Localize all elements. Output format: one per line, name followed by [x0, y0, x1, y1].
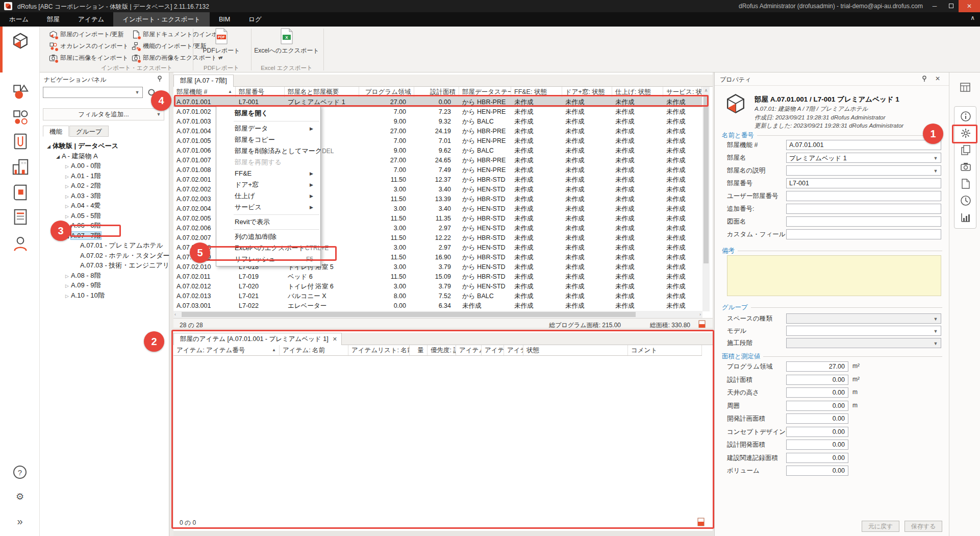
reports-module-icon[interactable]	[10, 207, 31, 227]
field-text[interactable]	[786, 216, 941, 227]
tree-item[interactable]: ▷A.05 - 5階	[40, 211, 168, 221]
column-header[interactable]: アイテ...	[504, 345, 523, 355]
field-text[interactable]: 0.00	[786, 440, 848, 450]
chevron-down-icon[interactable]: ▼	[932, 327, 940, 335]
tree-item-label[interactable]: A.09 - 9階	[71, 281, 101, 289]
tree-collapsed-icon[interactable]: ▷	[63, 162, 71, 172]
field-text[interactable]: 0.00	[786, 401, 848, 411]
column-header[interactable]: アイテム: 名前	[280, 345, 348, 355]
column-header[interactable]: アイテ...	[482, 345, 504, 355]
tree-item-label[interactable]: A.07.01 - プレミアムホテル	[80, 241, 163, 249]
tree-item-label[interactable]: A.02 - 2階	[71, 182, 101, 189]
maximize-button[interactable]	[943, 0, 959, 12]
column-header[interactable]: サービス: 状態	[663, 87, 702, 97]
column-header[interactable]: 部屋名と部屋概要	[285, 87, 359, 97]
tree-item-label[interactable]: A.05 - 5階	[71, 212, 101, 220]
splitter[interactable]	[169, 72, 173, 536]
menu-item-部屋をコピー[interactable]: 部屋をコピー	[216, 134, 320, 145]
column-header[interactable]: コメント	[628, 345, 702, 355]
rooms-module-icon[interactable]	[10, 31, 31, 51]
field-text[interactable]: 0.00	[786, 466, 848, 476]
menu-tab-インポート・エクスポート[interactable]: インポート・エクスポート	[113, 12, 210, 27]
tree-item-label[interactable]: A.07 - 7階	[71, 232, 101, 239]
chevron-down-icon[interactable]: ▼	[932, 339, 940, 348]
pin-icon[interactable]	[156, 75, 163, 84]
chevron-down-icon[interactable]: ▼	[932, 167, 940, 175]
tree-item-label[interactable]: A.01 - 1階	[71, 172, 101, 180]
history-icon[interactable]	[957, 193, 974, 208]
menu-item-部屋を削除済みとしてマーク[interactable]: 部屋を削除済みとしてマークDEL	[216, 145, 320, 157]
tree-item-label[interactable]: A.08 - 8階	[71, 272, 101, 279]
field-combo[interactable]: ▼	[786, 338, 941, 348]
menu-item-Excelへのエクスポート[interactable]: ExcelへのエクスポートCTRL+E	[216, 242, 320, 254]
tree-item-label[interactable]: A.06 - 6階	[71, 222, 101, 229]
items-table-header[interactable]: アイテム: アイテム番号▲アイテム: 名前アイテムリスト: 名前量優先度: 説.…	[173, 345, 702, 356]
search-icon[interactable]	[147, 88, 158, 98]
menu-tab-ログ[interactable]: ログ	[239, 12, 271, 27]
room-settings-gear-icon[interactable]	[957, 126, 974, 141]
field-text[interactable]: 0.00	[786, 427, 848, 437]
field-text[interactable]: 0.00	[786, 413, 848, 424]
table-row[interactable]: A.07.02.012L7-020トイレ付 浴室 63.003.79から HEN…	[173, 282, 702, 291]
notes-textarea[interactable]	[727, 255, 941, 296]
column-header[interactable]: ドア+窓: 状態	[562, 87, 612, 97]
menu-item-ドア+窓[interactable]: ドア+窓▶	[216, 179, 320, 190]
tree-item[interactable]: ◢体験版 | データベース	[40, 141, 168, 151]
measurements-icon[interactable]	[957, 210, 974, 225]
tab-room-items[interactable]: 部屋のアイテム [A.07.01.001 - プレミアムベッド 1] ✕	[173, 333, 342, 345]
column-header[interactable]: アイテム: アイテム番号▲	[173, 345, 280, 355]
column-header[interactable]: 仕上げ: 状態	[612, 87, 663, 97]
field-combo[interactable]: ▼	[786, 165, 941, 176]
menu-item-仕上げ[interactable]: 仕上げ▶	[216, 190, 320, 202]
vertical-scrollbar[interactable]: ∧	[702, 87, 710, 311]
field-text[interactable]: 0.00	[786, 387, 848, 398]
menu-item-FF&E[interactable]: FF&E▶	[216, 168, 320, 179]
field-text[interactable]	[786, 191, 941, 201]
tree-item[interactable]: A.07.03 - 技術・エンジニアリング	[40, 260, 168, 271]
chevron-down-icon[interactable]: ▼	[932, 315, 940, 323]
camera-icon[interactable]	[957, 159, 974, 175]
tree-item-label[interactable]: A.03 - 3階	[71, 192, 101, 200]
attachments-module-icon[interactable]	[10, 131, 31, 152]
column-header[interactable]: 部屋データステータス	[459, 87, 511, 97]
chevron-down-icon[interactable]: ▼	[133, 88, 141, 96]
table-row[interactable]: A.07.03.001L7-022エレベーター0.006.34未作成未作成未作成…	[173, 301, 702, 311]
ribbon-button[interactable]: 部屋に画像をインポート	[47, 53, 129, 63]
report-icon[interactable]	[697, 518, 705, 528]
column-header[interactable]: プログラム領域	[359, 87, 414, 97]
menu-tab-部屋[interactable]: 部屋	[38, 12, 69, 27]
tree-item[interactable]: ▷A.08 - 8階	[40, 271, 168, 281]
pin-icon[interactable]	[921, 75, 928, 84]
tree-collapsed-icon[interactable]: ▷	[63, 202, 71, 212]
column-header[interactable]: 部屋機能 #▲	[173, 87, 236, 97]
excel-export-button[interactable]: X Excelへのエクスポート	[254, 28, 319, 63]
tab-functions[interactable]: 機能	[43, 126, 69, 137]
tree-item[interactable]: ▷A.00 - 0階	[40, 161, 168, 171]
menu-item-列の追加/削除[interactable]: 列の追加/削除	[216, 231, 320, 242]
table-row[interactable]: A.07.02.011L7-019ベッド 611.5015.09から HBR-S…	[173, 272, 702, 282]
rooms-table-header[interactable]: 部屋機能 #▲部屋番号部屋名と部屋概要プログラム領域設計面積部屋データステータス…	[173, 87, 702, 98]
tree-item[interactable]: ▷A.03 - 3階	[40, 191, 168, 201]
tree-item[interactable]: ▷A.02 - 2階	[40, 181, 168, 191]
column-header[interactable]: アイテムリスト: 名前	[348, 345, 410, 355]
tab-groups[interactable]: グループ	[69, 126, 109, 137]
tree-item[interactable]: ▷A.06 - 6階	[40, 221, 168, 231]
tree-item-label[interactable]: 体験版 | データベース	[53, 142, 118, 150]
chevron-down-icon[interactable]: ▼	[932, 154, 940, 162]
menu-item-Revitで表示[interactable]: Revitで表示	[216, 216, 320, 228]
tree-collapsed-icon[interactable]: ▷	[63, 281, 71, 291]
scroll-left-icon[interactable]: ‹	[174, 311, 176, 318]
scroll-right-icon[interactable]: ›	[699, 311, 701, 318]
tree-item-label[interactable]: A.07.03 - 技術・エンジニアリング	[80, 261, 183, 269]
tree-item[interactable]: ▷A.04 - 4愛	[40, 201, 168, 211]
column-header[interactable]: 量	[410, 345, 428, 355]
field-combo[interactable]: ▼	[786, 313, 941, 324]
pdf-report-button[interactable]: PDF PDFレポート ▼	[195, 28, 248, 63]
column-header[interactable]: 部屋番号	[236, 87, 285, 97]
tab-rooms[interactable]: 部屋 [A.07 - 7階]	[173, 75, 234, 87]
tree-collapsed-icon[interactable]: ▷	[63, 291, 71, 302]
tree-item-label[interactable]: A.04 - 4愛	[71, 202, 101, 209]
undo-button[interactable]: 元に戻す	[862, 521, 899, 532]
ribbon-button[interactable]: 部屋のインポート/更新	[47, 29, 129, 40]
column-header[interactable]: FF&E: 状態	[511, 87, 562, 97]
